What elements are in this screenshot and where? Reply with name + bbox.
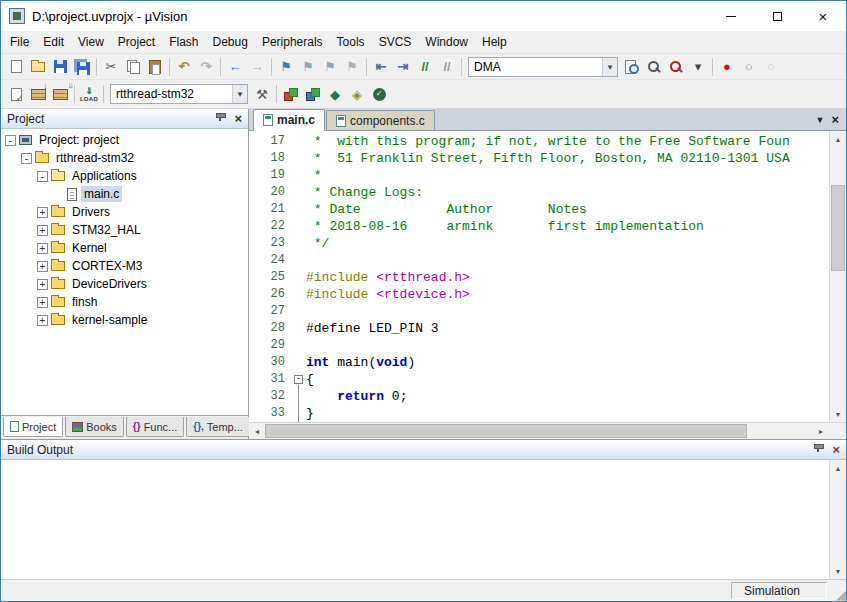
tab-components-c[interactable]: components.c [326, 110, 435, 130]
translate-button[interactable] [5, 83, 27, 105]
open-file-button[interactable] [27, 56, 49, 78]
expand-icon[interactable]: + [37, 207, 48, 218]
menu-window[interactable]: Window [418, 31, 475, 53]
tree-item-drivers[interactable]: +Drivers [1, 203, 248, 221]
incremental-find-button[interactable] [665, 56, 687, 78]
expand-icon[interactable]: + [37, 225, 48, 236]
expand-icon[interactable]: + [37, 243, 48, 254]
redo-button[interactable]: ↷ [195, 56, 217, 78]
vertical-track[interactable] [830, 147, 846, 406]
build-output-content[interactable] [1, 460, 829, 579]
toggle-bookmark-button[interactable]: ⚑ [275, 56, 297, 78]
collapse-icon[interactable]: - [37, 171, 48, 182]
menu-peripherals[interactable]: Peripherals [255, 31, 330, 53]
pin-icon[interactable] [812, 444, 824, 456]
tree-item-rtthread-stm32[interactable]: -rtthread-stm32 [1, 149, 248, 167]
menu-tools[interactable]: Tools [330, 31, 372, 53]
find-in-files-button[interactable] [621, 56, 643, 78]
uncomment-selection-button[interactable]: // [436, 56, 458, 78]
horizontal-thumb[interactable] [265, 424, 747, 438]
project-panel-close-icon[interactable]: × [232, 112, 244, 125]
tree-item-main-c[interactable]: main.c [1, 185, 248, 203]
indent-right-button[interactable]: ⇥ [392, 56, 414, 78]
navigate-forward-button[interactable]: → [246, 56, 268, 78]
previous-bookmark-button[interactable]: ⚑ [297, 56, 319, 78]
scroll-left-icon[interactable]: ◄ [249, 423, 265, 439]
paste-button[interactable] [144, 56, 166, 78]
build-output-scrollbar[interactable]: ▲ ▼ [829, 460, 846, 579]
menu-help[interactable]: Help [475, 31, 514, 53]
disable-breakpoint-button[interactable]: ○ [738, 56, 760, 78]
tab-main-c[interactable]: main.c [253, 109, 325, 131]
build-output-close-icon[interactable]: × [830, 443, 842, 456]
code-editor[interactable]: 17 * with this program; if not, write to… [249, 131, 829, 422]
menu-flash[interactable]: Flash [162, 31, 205, 53]
find-button[interactable] [643, 56, 665, 78]
save-all-button[interactable] [71, 56, 93, 78]
target-options-button[interactable]: ⚒ [251, 83, 273, 105]
undo-button[interactable]: ↶ [173, 56, 195, 78]
menu-edit[interactable]: Edit [36, 31, 71, 53]
tree-item-stm32-hal[interactable]: +STM32_HAL [1, 221, 248, 239]
kill-breakpoints-button[interactable]: ○ [760, 56, 782, 78]
select-software-packs-button[interactable]: ◈ [346, 83, 368, 105]
tree-item-finsh[interactable]: +finsh [1, 293, 248, 311]
menu-view[interactable]: View [71, 31, 111, 53]
tree-item-kernel-sample[interactable]: +kernel-sample [1, 311, 248, 329]
new-file-button[interactable] [5, 56, 27, 78]
expand-icon[interactable]: + [37, 279, 48, 290]
clear-bookmarks-button[interactable]: ⚑ [341, 56, 363, 78]
copy-button[interactable] [122, 56, 144, 78]
panel-tab-func[interactable]: {}Func... [126, 417, 184, 437]
download-button[interactable]: LOAD [78, 83, 100, 105]
vertical-thumb[interactable] [831, 185, 845, 271]
scroll-up-icon[interactable]: ▲ [830, 131, 846, 147]
pack-installer-button[interactable]: ✓ [368, 83, 390, 105]
panel-tab-project[interactable]: Project [3, 417, 63, 437]
panel-tab-temp[interactable]: {},Temp... [186, 417, 250, 437]
indent-left-button[interactable]: ⇤ [370, 56, 392, 78]
dropdown-arrow-icon[interactable]: ▾ [232, 85, 247, 103]
maximize-button[interactable] [754, 1, 800, 31]
menu-file[interactable]: File [3, 31, 36, 53]
navigate-back-button[interactable]: ← [224, 56, 246, 78]
comment-selection-button[interactable]: // [414, 56, 436, 78]
tree-item-devicedrivers[interactable]: +DeviceDrivers [1, 275, 248, 293]
collapse-icon[interactable]: - [21, 153, 32, 164]
pin-icon[interactable] [214, 113, 226, 125]
expand-icon[interactable]: + [37, 297, 48, 308]
tree-item-applications[interactable]: -Applications [1, 167, 248, 185]
tree-item-kernel[interactable]: +Kernel [1, 239, 248, 257]
dropdown-arrow-icon[interactable]: ▾ [602, 58, 617, 76]
editor-vertical-scrollbar[interactable]: ▲ ▼ [829, 131, 846, 422]
expand-icon[interactable]: + [37, 315, 48, 326]
vertical-track[interactable] [830, 476, 846, 563]
menu-project[interactable]: Project [111, 31, 162, 53]
manage-rte-button[interactable]: ◆ [324, 83, 346, 105]
tree-item-project-project[interactable]: -Project: project [1, 131, 248, 149]
close-button[interactable]: × [800, 1, 846, 31]
horizontal-track[interactable] [265, 423, 813, 439]
build-button[interactable] [27, 83, 49, 105]
scroll-right-icon[interactable]: ► [813, 423, 829, 439]
expand-icon[interactable]: + [37, 261, 48, 272]
search-combo[interactable]: DMA▾ [468, 57, 618, 77]
manage-project-items-button[interactable] [280, 83, 302, 105]
minimize-button[interactable] [708, 1, 754, 31]
tree-item-cortex-m3[interactable]: +CORTEX-M3 [1, 257, 248, 275]
collapse-icon[interactable]: - [5, 135, 16, 146]
scroll-down-icon[interactable]: ▼ [830, 406, 846, 422]
close-document-icon[interactable]: × [831, 113, 839, 126]
editor-horizontal-scrollbar[interactable]: ◄ ► [249, 423, 829, 439]
cut-button[interactable]: ✂ [100, 56, 122, 78]
rebuild-button[interactable] [49, 83, 71, 105]
menu-debug[interactable]: Debug [206, 31, 255, 53]
fold-collapse-icon[interactable]: - [293, 371, 306, 388]
document-list-icon[interactable]: ▼ [815, 115, 824, 125]
file-extensions-button[interactable] [302, 83, 324, 105]
resize-grip[interactable]: ◢ [828, 580, 846, 601]
save-button[interactable] [49, 56, 71, 78]
panel-tab-books[interactable]: Books [65, 417, 124, 437]
next-bookmark-button[interactable]: ⚑ [319, 56, 341, 78]
target-combo[interactable]: rtthread-stm32▾ [110, 84, 248, 104]
